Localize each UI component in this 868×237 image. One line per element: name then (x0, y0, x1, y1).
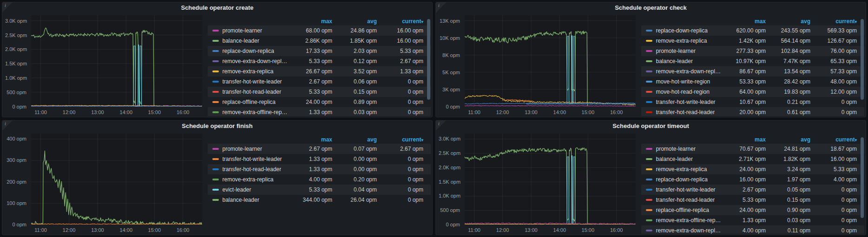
series-color-swatch[interactable] (212, 91, 219, 93)
legend-series-name[interactable]: balance-leader (223, 38, 259, 44)
time-series-canvas[interactable] (465, 15, 636, 107)
legend-series-name[interactable]: replace-offline-replica (223, 99, 276, 105)
legend-series-name[interactable]: transfer-hot-read-leader (656, 197, 715, 203)
series-color-swatch[interactable] (646, 189, 652, 191)
series-color-swatch[interactable] (212, 189, 219, 191)
time-series-canvas[interactable] (31, 15, 202, 107)
legend-sort-avg[interactable]: avg (332, 136, 377, 143)
series-color-swatch[interactable] (646, 158, 652, 160)
time-series-canvas[interactable] (465, 134, 636, 225)
legend-sort-max[interactable]: max (288, 18, 332, 25)
legend-series-name[interactable]: promote-learner (223, 146, 262, 152)
legend-series-name[interactable]: remove-extra-replica (656, 166, 707, 173)
legend-sort-avg[interactable]: avg (332, 18, 377, 25)
series-color-swatch[interactable] (212, 199, 219, 201)
legend-series-name[interactable]: replace-down-replica (656, 27, 708, 34)
legend-sort-avg[interactable]: avg (766, 18, 810, 25)
legend-series-name[interactable]: transfer-hot-write-leader (656, 186, 716, 193)
panel-info-icon[interactable]: i (436, 121, 446, 131)
legend-series-name[interactable]: remove-extra-replica (223, 68, 274, 75)
legend-series-name[interactable]: remove-extra-down-replica (656, 227, 722, 234)
legend-series-toggle[interactable]: transfer-hot-write-leader (212, 78, 288, 85)
series-color-swatch[interactable] (646, 81, 652, 83)
legend-series-name[interactable]: replace-down-replica (656, 176, 708, 183)
legend-sort-current[interactable]: current▾ (377, 136, 423, 143)
legend-sort-current[interactable]: current▾ (810, 18, 857, 25)
legend-series-name[interactable]: promote-learner (656, 48, 696, 54)
series-color-swatch[interactable] (212, 101, 219, 103)
legend-series-toggle[interactable]: move-hot-write-region (646, 78, 722, 85)
legend-series-toggle[interactable]: transfer-hot-write-leader (646, 99, 722, 105)
legend-series-toggle[interactable]: remove-extra-down-replica (646, 68, 722, 75)
legend-series-toggle[interactable]: transfer-hot-read-leader (212, 89, 288, 95)
legend-series-toggle[interactable]: transfer-hot-read-leader (646, 109, 722, 115)
legend-scrollbar[interactable] (427, 19, 430, 100)
series-color-swatch[interactable] (646, 101, 652, 103)
panel-title[interactable]: Schedule operator check (436, 4, 866, 11)
legend-series-toggle[interactable]: remove-extra-offline-replica (212, 109, 288, 115)
legend-series-toggle[interactable]: remove-extra-replica (212, 176, 288, 183)
series-color-swatch[interactable] (212, 70, 219, 72)
legend-series-name[interactable]: transfer-hot-read-leader (656, 109, 715, 115)
legend-series-toggle[interactable]: balance-leader (646, 58, 722, 64)
series-color-swatch[interactable] (646, 219, 652, 221)
panel-info-icon[interactable]: i (436, 2, 446, 13)
legend-series-toggle[interactable]: promote-learner (212, 27, 288, 34)
legend-series-name[interactable]: remove-extra-offline-replica (656, 217, 722, 224)
panel-title[interactable]: Schedule operator create (2, 4, 432, 11)
legend-series-toggle[interactable]: promote-learner (646, 146, 722, 152)
chart-plot[interactable] (31, 134, 202, 225)
legend-sort-max[interactable]: max (288, 136, 332, 143)
panel-info-icon[interactable]: i (2, 121, 13, 131)
legend-series-name[interactable]: remove-extra-replica (223, 176, 274, 183)
series-color-swatch[interactable] (646, 30, 652, 32)
chart-plot[interactable] (465, 134, 636, 225)
legend-series-toggle[interactable]: transfer-hot-read-leader (646, 197, 722, 203)
legend-series-toggle[interactable]: transfer-hot-write-leader (212, 156, 288, 162)
legend-series-name[interactable]: transfer-hot-write-leader (223, 156, 282, 162)
legend-series-toggle[interactable]: transfer-hot-write-leader (646, 186, 722, 193)
legend-series-name[interactable]: balance-leader (656, 58, 693, 64)
legend-series-toggle[interactable]: replace-offline-replica (646, 207, 722, 213)
legend-series-name[interactable]: balance-leader (656, 156, 693, 162)
series-color-swatch[interactable] (646, 111, 652, 113)
series-color-swatch[interactable] (646, 91, 652, 93)
legend-series-name[interactable]: remove-extra-offline-replica (223, 109, 288, 115)
legend-series-toggle[interactable]: remove-extra-replica (212, 68, 288, 75)
time-series-canvas[interactable] (31, 134, 202, 225)
series-color-swatch[interactable] (646, 199, 652, 201)
chart-plot[interactable] (465, 15, 636, 107)
series-color-swatch[interactable] (212, 158, 219, 160)
legend-series-name[interactable]: move-hot-write-region (656, 78, 710, 85)
legend-series-toggle[interactable]: balance-leader (212, 38, 288, 44)
legend-series-name[interactable]: remove-extra-replica (656, 38, 707, 44)
legend-series-toggle[interactable]: replace-down-replica (646, 176, 722, 183)
legend-series-name[interactable]: move-hot-read-region (656, 89, 710, 95)
legend-series-toggle[interactable]: transfer-hot-read-leader (212, 166, 288, 173)
legend-series-name[interactable]: replace-down-replica (223, 48, 274, 54)
legend-scrollbar[interactable] (861, 19, 864, 100)
legend-series-toggle[interactable]: remove-extra-down-replica (646, 227, 722, 234)
panel-title[interactable]: Schedule operator timeout (436, 122, 866, 129)
series-color-swatch[interactable] (646, 70, 652, 72)
legend-series-toggle[interactable]: remove-extra-replica (646, 38, 722, 44)
series-color-swatch[interactable] (212, 148, 219, 150)
legend-series-name[interactable]: remove-extra-down-replica (223, 58, 288, 64)
legend-series-toggle[interactable]: promote-learner (646, 48, 722, 54)
legend-series-toggle[interactable]: balance-leader (646, 156, 722, 162)
series-color-swatch[interactable] (212, 30, 219, 32)
legend-series-name[interactable]: balance-leader (223, 197, 259, 203)
legend-series-toggle[interactable]: remove-extra-replica (646, 166, 722, 173)
series-color-swatch[interactable] (212, 111, 219, 113)
series-color-swatch[interactable] (646, 209, 652, 211)
series-color-swatch[interactable] (212, 81, 219, 83)
series-color-swatch[interactable] (212, 50, 219, 52)
legend-sort-avg[interactable]: avg (766, 136, 810, 143)
panel-info-icon[interactable]: i (2, 2, 13, 13)
legend-series-name[interactable]: evict-leader (223, 186, 251, 193)
series-color-swatch[interactable] (646, 168, 652, 170)
series-color-swatch[interactable] (646, 40, 652, 42)
legend-series-toggle[interactable]: remove-extra-offline-replica (646, 217, 722, 224)
series-color-swatch[interactable] (646, 60, 652, 62)
legend-series-name[interactable]: promote-learner (656, 146, 696, 152)
